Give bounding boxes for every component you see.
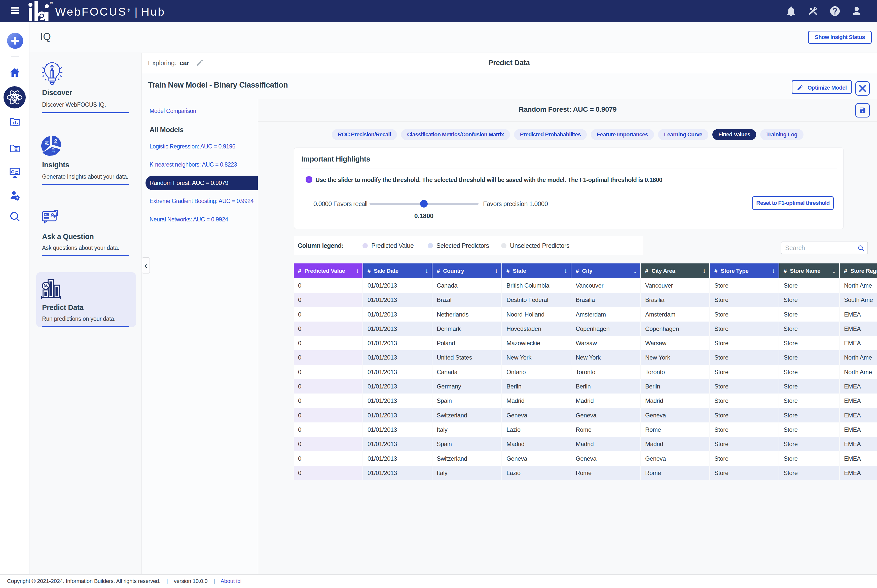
svg-text:02: 02 xyxy=(52,150,55,154)
svg-text:01: 01 xyxy=(45,142,49,146)
svg-text:™: ™ xyxy=(50,2,53,6)
